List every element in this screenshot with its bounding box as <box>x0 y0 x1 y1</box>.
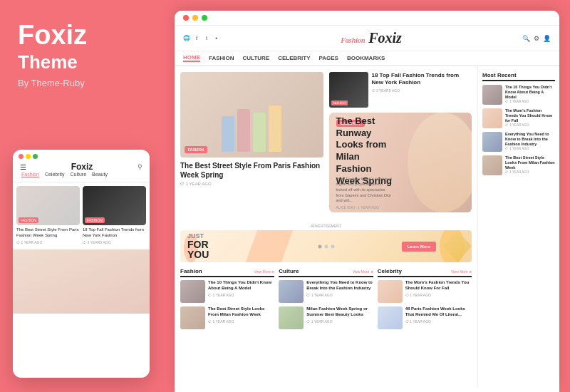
desktop-dot-red <box>183 15 189 21</box>
sidebar-img-4 <box>482 155 502 175</box>
section-celebrity: Celebrity View More ⊕ The Mom's Fashion … <box>378 268 472 333</box>
section-culture-title-1: Everything You Need to Know to Break Int… <box>306 280 373 292</box>
desktop-mockup: 🌐 f t ▪ Fashion Foxiz 🔍 ⚙ 👤 HOME FASHION… <box>175 11 559 392</box>
sidebar-item-3: Everything You Need to Know to Break Int… <box>482 132 555 152</box>
featured-title: The Best Street Style From Paris Fashion… <box>180 161 323 180</box>
secondary-date-1: ⏱ 3 YEARS AGO <box>372 88 472 93</box>
desktop-topbar <box>175 11 559 26</box>
section-celebrity-title-1: The Mom's Fashion Trends You Should Know… <box>405 280 472 292</box>
mobile-card-2: FASHION 18 Top Fall Fashion Trends from … <box>83 186 146 244</box>
mobile-mockup: ☰ Foxiz ⚲ Fashion Celebrity Culture Beau… <box>13 150 150 378</box>
menu-culture[interactable]: CULTURE <box>243 55 270 61</box>
instagram-icon[interactable]: ▪ <box>213 35 220 41</box>
section-culture-article-1: Everything You Need to Know to Break Int… <box>279 280 373 303</box>
sidebar-item-date-4: ⏱ 1 YEAR AGO <box>505 170 555 174</box>
section-fashion-img-2 <box>180 306 205 329</box>
mobile-card-1-img: FASHION <box>16 186 80 225</box>
section-culture: Culture View More ⊕ Everything You Need … <box>279 268 373 333</box>
mobile-nav-celebrity[interactable]: Celebrity <box>45 172 65 177</box>
ad-learn-more-button[interactable]: Learn More <box>402 242 436 252</box>
desktop-sidebar: Most Recent The 10 Things You Didn't Kno… <box>477 66 559 387</box>
featured-right: FASHION 18 Top Fall Fashion Trends from … <box>329 72 472 218</box>
sidebar-img-1 <box>482 85 502 105</box>
mobile-card-2-img: FASHION <box>83 186 146 225</box>
desktop-menu-bar: HOME FASHION CULTURE CELEBRITY PAGES BOO… <box>175 51 559 66</box>
menu-home[interactable]: HOME <box>183 54 200 62</box>
sidebar-item-title-4: The Best Street Style Looks From Milan F… <box>505 155 555 170</box>
sidebar-img-2 <box>482 108 502 128</box>
secondary-tag-1: FASHION <box>331 100 348 105</box>
mobile-nav: Fashion Celebrity Culture Beauty <box>19 172 144 179</box>
section-fashion-date-2: ⏱ 1 YEAR AGO <box>208 319 274 324</box>
section-fashion-title: Fashion <box>180 268 202 274</box>
section-celebrity-header: Celebrity View More ⊕ <box>378 268 472 277</box>
secondary-title-1: 18 Top Fall Fashion Trends from New York… <box>372 72 472 87</box>
section-fashion-info-1: The 10 Things You Didn't Know About Bein… <box>208 280 274 303</box>
section-fashion: Fashion View More ⊕ The 10 Things You Di… <box>180 268 274 333</box>
section-culture-info-1: Everything You Need to Know to Break Int… <box>306 280 373 303</box>
brand-by: By Theme-Ruby <box>18 78 85 88</box>
left-panel: Foxiz Theme By Theme-Ruby ☰ Foxiz ⚲ Fash… <box>0 0 164 392</box>
mobile-search-icon[interactable]: ⚲ <box>138 163 142 170</box>
mobile-window-controls <box>19 154 38 159</box>
section-celebrity-img-2 <box>378 306 403 329</box>
section-celebrity-more[interactable]: View More ⊕ <box>451 269 472 274</box>
brand-subtitle: Theme <box>18 51 78 73</box>
section-celebrity-title-2: 48 Paris Fashion Week Looks That Remind … <box>405 306 472 318</box>
sidebar-item-date-3: ⏱ 1 YEAR AGO <box>505 147 555 150</box>
menu-pages[interactable]: PAGES <box>319 55 338 61</box>
section-fashion-title-1: The 10 Things You Didn't Know About Bein… <box>208 280 274 292</box>
mobile-card-1: FASHION The Best Street Style From Paris… <box>16 186 80 244</box>
sidebar-item-title-1: The 10 Things You Didn't Know About Bein… <box>505 85 555 100</box>
sidebar-info-1: The 10 Things You Didn't Know About Bein… <box>505 85 555 105</box>
hero-article: CELEBRITY The Best Runway Looks from Mil… <box>329 113 472 212</box>
mobile-big-image <box>13 249 150 314</box>
mobile-hamburger-icon[interactable]: ☰ <box>20 163 26 171</box>
mobile-card-1-title: The Best Street Style From Paris Fashion… <box>16 227 80 239</box>
desktop-logo: Fashion Foxiz <box>224 30 518 46</box>
section-celebrity-title: Celebrity <box>378 268 402 274</box>
section-culture-more[interactable]: View More ⊕ <box>353 269 373 274</box>
menu-bookmarks[interactable]: BOOKMARKS <box>347 55 385 61</box>
mobile-nav-beauty[interactable]: Beauty <box>92 172 108 177</box>
user-icon[interactable]: 👤 <box>543 35 551 42</box>
desktop-social-icons: 🌐 f t ▪ <box>183 35 220 41</box>
section-fashion-more[interactable]: View More ⊕ <box>254 269 274 274</box>
twitter-icon[interactable]: t <box>203 35 210 41</box>
section-fashion-article-2: The Best Street Style Looks From Milan F… <box>180 306 274 329</box>
sidebar-img-3 <box>482 132 502 152</box>
settings-icon[interactable]: ⚙ <box>534 35 539 42</box>
section-fashion-img-1 <box>180 280 205 303</box>
sidebar-item-4: The Best Street Style Looks From Milan F… <box>482 155 555 175</box>
mobile-dot-red <box>19 154 24 159</box>
bottom-sections: Fashion View More ⊕ The 10 Things You Di… <box>180 268 472 333</box>
menu-celebrity[interactable]: CELEBRITY <box>278 55 310 61</box>
facebook-icon[interactable]: f <box>193 35 200 41</box>
section-celebrity-article-2: 48 Paris Fashion Week Looks That Remind … <box>378 306 472 329</box>
mobile-content: FASHION The Best Street Style From Paris… <box>13 182 150 248</box>
sidebar-item-date-2: ⏱ 1 YEAR AGO <box>505 123 555 127</box>
section-celebrity-img-1 <box>378 280 403 303</box>
hero-desc: Paris Fashion Week's combined digital an… <box>336 177 394 204</box>
secondary-img-1: FASHION <box>329 72 368 108</box>
section-celebrity-date-2: ⏱ 1 YEAR AGO <box>405 319 472 324</box>
section-culture-article-2: Milan Fashion Week Spring or Summer Best… <box>279 306 373 329</box>
mobile-nav-fashion[interactable]: Fashion <box>21 172 39 177</box>
mobile-header: ☰ Foxiz ⚲ Fashion Celebrity Culture Beau… <box>13 150 150 182</box>
mobile-nav-culture[interactable]: Culture <box>71 172 87 177</box>
secondary-info-1: 18 Top Fall Fashion Trends from New York… <box>372 72 472 108</box>
search-icon[interactable]: 🔍 <box>522 35 530 42</box>
mobile-dot-yellow <box>26 154 31 159</box>
sidebar-title: Most Recent <box>482 72 555 81</box>
section-culture-title-2: Milan Fashion Week Spring or Summer Best… <box>306 306 373 318</box>
section-culture-date-2: ⏱ 1 YEAR AGO <box>306 319 373 324</box>
globe-icon: 🌐 <box>183 35 190 41</box>
right-panel: 🌐 f t ▪ Fashion Foxiz 🔍 ⚙ 👤 HOME FASHION… <box>164 0 570 392</box>
ad-banner-text: JUST FOR YOU <box>187 233 209 259</box>
section-culture-img-1 <box>279 280 304 303</box>
desktop-nav: 🌐 f t ▪ Fashion Foxiz 🔍 ⚙ 👤 <box>175 26 559 51</box>
menu-fashion[interactable]: FASHION <box>209 55 234 61</box>
ad-label: ADVERTISEMENT <box>180 224 472 228</box>
hero-author: ALICE RAN · 1 YEAR AGO <box>336 205 380 210</box>
sidebar-info-4: The Best Street Style Looks From Milan F… <box>505 155 555 175</box>
